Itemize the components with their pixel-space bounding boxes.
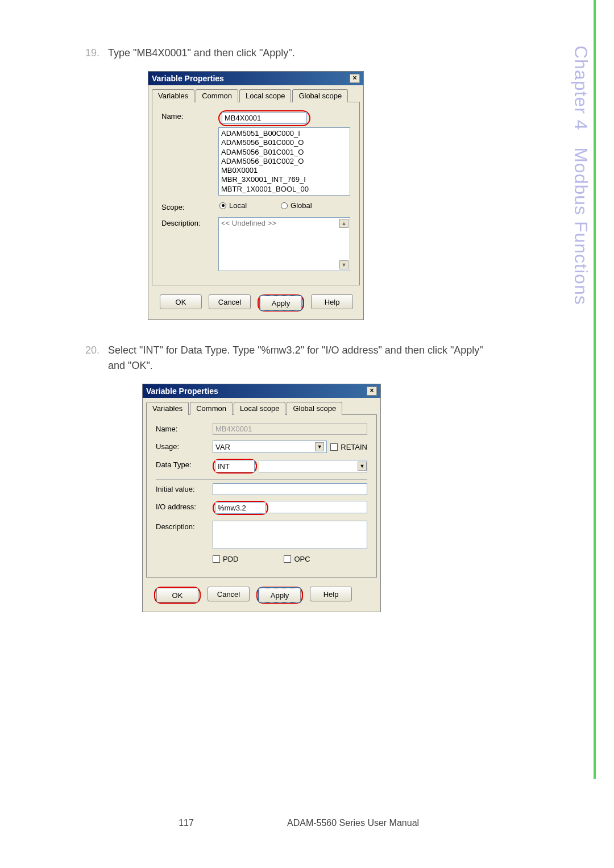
page-footer: 117 ADAM-5560 Series User Manual [85,818,489,828]
list-item[interactable]: ADAM5056_B01C000_O [221,138,347,147]
radio-icon [281,202,288,209]
scope-global-radio[interactable]: Global [281,201,312,210]
titlebar: Variable Properties × [148,72,363,85]
dialog-title: Variable Properties [152,74,224,83]
step-20-text: Select "INT" for Data Type. Type "%mw3.2… [108,343,483,373]
opc-checkbox[interactable]: OPC [284,555,310,563]
data-type-label: Data Type: [156,459,213,469]
io-address-label: I/O address: [156,501,213,511]
apply-button[interactable]: Apply [260,296,302,310]
page-number: 117 [85,818,287,828]
step-20-number: 20. [85,343,108,373]
variable-properties-dialog-2: Variable Properties × Variables Common L… [142,384,381,612]
apply-highlight: Apply [256,587,303,604]
step-20: 20. Select "INT" for Data Type. Type "%m… [85,343,483,373]
description-input[interactable] [213,521,367,549]
list-item[interactable]: MBR_3X0001_INT_769_I [221,175,347,184]
help-button[interactable]: Help [311,294,353,309]
chevron-down-icon: ▼ [315,442,324,451]
name-label: Name: [161,110,218,121]
chapter-label: Chapter 4 [571,45,591,131]
tab-global-scope[interactable]: Global scope [287,402,342,415]
scroll-up-icon[interactable]: ▲ [339,219,349,228]
chevron-down-icon[interactable]: ▼ [358,462,367,471]
scroll-down-icon[interactable]: ▼ [339,260,349,269]
usage-label: Usage: [156,441,213,451]
initial-value-label: Initial value: [156,483,213,493]
scope-local-radio[interactable]: Local [219,201,247,210]
pdd-checkbox[interactable]: PDD [213,555,238,563]
initial-value-input[interactable] [213,483,367,495]
checkbox-icon [330,443,338,451]
dialog-button-row: OK Cancel Apply Help [148,289,363,319]
close-button[interactable]: × [367,387,377,396]
scope-label: Scope: [161,201,218,211]
divider [156,479,367,480]
name-input[interactable] [222,112,307,124]
apply-highlight: Apply [258,294,304,312]
description-label: Description: [161,217,218,227]
list-item[interactable]: MBTR_1X0001_BOOL_00 [221,185,347,194]
cancel-button[interactable]: Cancel [208,587,250,601]
titlebar: Variable Properties × [143,384,380,398]
cancel-button[interactable]: Cancel [209,294,251,309]
data-type-select[interactable]: INT [215,460,255,472]
retain-label: RETAIN [341,443,367,451]
list-item[interactable]: ADAM5056_B01C002_O [221,157,347,166]
tab-local-scope[interactable]: Local scope [239,89,291,102]
description-label: Description: [156,521,213,531]
dialog-button-row: OK Cancel Apply Help [143,581,380,612]
step-19: 19. Type "MB4X0001" and then click "Appl… [85,45,483,61]
usage-value: VAR [215,443,230,451]
ok-highlight: OK [154,587,201,604]
step-19-number: 19. [85,45,108,61]
help-button[interactable]: Help [310,587,352,601]
tab-panel-common: Name: Usage: VAR ▼ RETAIN [146,414,377,578]
radio-icon [219,202,226,209]
side-accent-bar [594,0,596,779]
tab-strip: Variables Common Local scope Global scop… [148,85,363,102]
chapter-title: Modbus Functions [571,147,591,305]
checkbox-icon [213,555,220,563]
close-button[interactable]: × [350,74,360,83]
tab-strip: Variables Common Local scope Global scop… [143,398,380,414]
apply-button[interactable]: Apply [259,588,301,603]
checkbox-icon [284,555,291,563]
step-19-text: Type "MB4X0001" and then click "Apply". [108,45,295,61]
io-address-input[interactable] [215,502,266,514]
usage-select[interactable]: VAR ▼ [213,441,327,453]
name-input-disabled [213,423,367,435]
description-textarea[interactable]: << Undefined >> ▲ ▼ [218,217,350,271]
ok-button[interactable]: OK [156,588,198,603]
tab-local-scope[interactable]: Local scope [234,402,285,415]
datatype-highlight: INT [213,459,257,474]
retain-checkbox[interactable]: RETAIN [330,443,367,451]
data-type-value: INT [218,462,230,471]
list-item[interactable]: MB0X0001 [221,166,347,175]
list-item[interactable]: ADAM5056_B01C001_O [221,148,347,157]
tab-variables[interactable]: Variables [146,402,189,415]
name-listbox[interactable]: ADAM5051_B00C000_I ADAM5056_B01C000_O AD… [218,127,350,196]
dialog-title: Variable Properties [146,387,218,396]
tab-common[interactable]: Common [196,89,238,102]
io-highlight [213,501,268,515]
name-label: Name: [156,423,213,433]
chapter-heading: Chapter 4 Modbus Functions [570,45,591,305]
pdd-label: PDD [223,555,238,563]
description-value: << Undefined >> [221,219,276,227]
scope-global-label: Global [291,201,312,210]
list-item[interactable]: ADAM5051_B00C000_I [221,129,347,138]
opc-label: OPC [294,555,310,563]
tab-panel-variables: Name: ADAM5051_B00C000_I ADAM5056_B01C00… [152,102,360,285]
tab-common[interactable]: Common [190,402,233,415]
tab-variables[interactable]: Variables [152,89,194,102]
ok-button[interactable]: OK [160,294,202,309]
scope-local-label: Local [229,201,247,210]
name-highlight [218,110,310,126]
tab-global-scope[interactable]: Global scope [292,89,348,102]
variable-properties-dialog-1: Variable Properties × Variables Common L… [148,71,364,320]
manual-title: ADAM-5560 Series User Manual [287,818,489,828]
